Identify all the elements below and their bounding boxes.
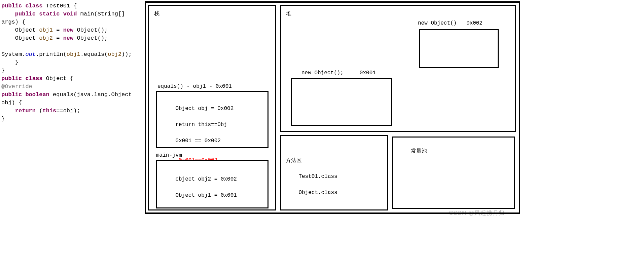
code-text: = xyxy=(53,35,63,41)
heap-obj1-label: new Object(); 0x001 xyxy=(301,70,376,76)
code-text: Object(); xyxy=(73,35,108,41)
field: obj2 xyxy=(39,35,53,41)
code-text: Test001 { xyxy=(42,3,77,9)
stack-title: 栈 xyxy=(154,10,159,17)
heap-title: 堆 xyxy=(286,10,291,17)
heap-obj2-label: new Object() 0x002 xyxy=(418,20,482,26)
static-field: out xyxy=(25,51,36,57)
code-text: = xyxy=(53,27,63,33)
frame-line: 0x001 == 0x002 xyxy=(175,138,220,144)
code-text: ( xyxy=(36,108,42,114)
jvm-diagram: 栈 equals() - obj1 - 0x001 Object obj = 0… xyxy=(145,1,520,214)
code-text: .println( xyxy=(36,51,67,57)
method-area-region: 方法区 Test01.class Object.class xyxy=(280,135,388,210)
constant-pool-title: 常量池 xyxy=(411,148,427,154)
code-text: } xyxy=(1,67,5,74)
frame-line: return this==Obj xyxy=(175,122,227,128)
main-frame-label: main-jvm xyxy=(156,152,182,158)
frame-line: Object obj1 = 0x001 xyxy=(175,192,237,198)
code-text: .equals( xyxy=(80,51,108,57)
kw: public class xyxy=(1,3,42,9)
code-text: } xyxy=(1,116,5,122)
code-text: Object xyxy=(1,35,39,41)
annotation: @Override xyxy=(1,83,32,90)
kw: public boolean xyxy=(1,91,49,98)
equals-stack-frame: Object obj = 0x002 return this==Obj 0x00… xyxy=(156,91,269,148)
code-text: )); xyxy=(121,51,132,57)
code-pane: public class Test001 { public static voi… xyxy=(0,0,141,125)
code-text: Object xyxy=(1,27,39,33)
code-text: System. xyxy=(1,43,25,57)
frame-line: Object obj = 0x002 xyxy=(175,106,234,112)
code-text: ==obj); xyxy=(56,108,80,114)
kw: new xyxy=(63,27,74,33)
kw: public class xyxy=(1,75,42,82)
heap-obj1-box xyxy=(291,78,392,126)
method-area-title: 方法区 xyxy=(286,156,383,164)
code-text: } xyxy=(1,59,19,66)
constant-pool-region: 常量池 xyxy=(392,137,515,209)
field: obj2 xyxy=(108,51,121,57)
code-text: Object { xyxy=(42,75,73,82)
kw: public static void xyxy=(1,11,77,17)
equals-frame-label: equals() - obj1 - 0x001 xyxy=(157,83,232,89)
code-text: Object(); xyxy=(73,27,108,33)
watermark-text: CSDN @风起携月归 xyxy=(449,209,505,217)
method-area-line: Object.class xyxy=(298,190,337,196)
method-area-line: Test01.class xyxy=(298,173,337,180)
heap-obj2-box xyxy=(419,29,499,68)
kw: this xyxy=(42,108,56,114)
kw: new xyxy=(63,35,74,41)
frame-line: object obj2 = 0x002 xyxy=(175,176,237,182)
field: obj1 xyxy=(39,27,53,33)
main-stack-frame: object obj2 = 0x002 Object obj1 = 0x001 xyxy=(156,160,269,208)
field: obj1 xyxy=(67,51,80,57)
kw: return xyxy=(1,108,36,114)
